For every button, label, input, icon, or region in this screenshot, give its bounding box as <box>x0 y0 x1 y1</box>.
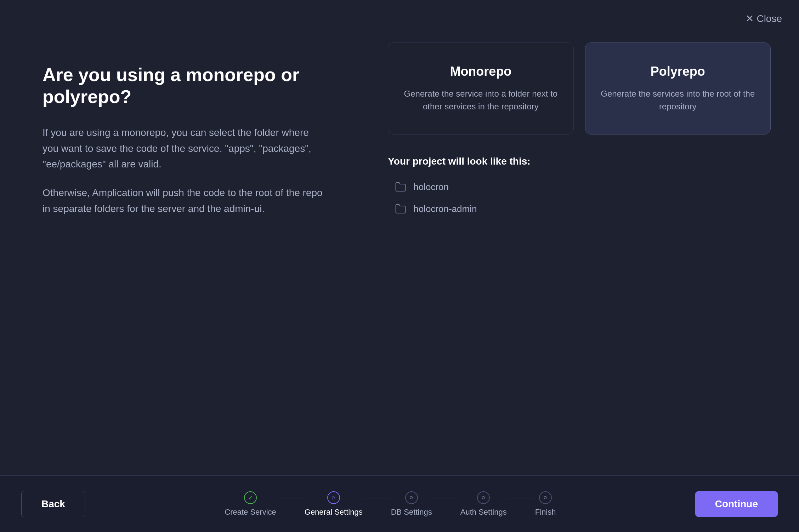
step-connector-1 <box>276 498 305 498</box>
close-button[interactable]: ✕ Close <box>746 13 782 24</box>
description-paragraph-2: Otherwise, Amplication will push the cod… <box>42 185 324 217</box>
close-label: Close <box>756 13 782 24</box>
step-label-5: Finish <box>535 508 556 517</box>
step-db-settings: ○ DB Settings <box>391 491 432 517</box>
file-list: holocron holocron-admin <box>388 181 530 214</box>
polyrepo-card[interactable]: Polyrepo Generate the services into the … <box>585 42 771 135</box>
step-label-1: Create Service <box>225 508 276 517</box>
step-connector-2 <box>363 498 391 498</box>
polyrepo-title: Polyrepo <box>651 64 705 79</box>
left-panel: Are you using a monorepo or polyrepo? If… <box>0 0 359 475</box>
project-preview: Your project will look like this: holocr… <box>388 156 530 214</box>
step-circle-1: ✓ <box>244 491 257 504</box>
step-label-3: DB Settings <box>391 508 432 517</box>
description-paragraph-1: If you are using a monorepo, you can sel… <box>42 125 324 172</box>
folder-icon <box>395 181 406 193</box>
bottom-bar: Back ✓ Create Service ○ General Settings… <box>0 475 799 532</box>
folder-icon <box>395 203 406 214</box>
step-connector-3 <box>432 498 460 498</box>
polyrepo-description: Generate the services into the root of t… <box>600 87 756 113</box>
main-layout: Are you using a monorepo or polyrepo? If… <box>0 0 799 475</box>
step-circle-4: ○ <box>477 491 490 504</box>
step-label-2: General Settings <box>305 508 363 517</box>
page-heading: Are you using a monorepo or polyrepo? <box>42 64 324 108</box>
step-auth-settings: ○ Auth Settings <box>460 491 507 517</box>
project-preview-label: Your project will look like this: <box>388 156 530 167</box>
repo-cards: Monorepo Generate the service into a fol… <box>388 42 771 135</box>
list-item: holocron <box>395 181 530 193</box>
step-general-settings: ○ General Settings <box>305 491 363 517</box>
step-circle-2: ○ <box>327 491 340 504</box>
step-label-4: Auth Settings <box>460 508 507 517</box>
monorepo-title: Monorepo <box>450 64 511 79</box>
list-item: holocron-admin <box>395 203 530 214</box>
close-icon: ✕ <box>746 13 754 24</box>
monorepo-card[interactable]: Monorepo Generate the service into a fol… <box>388 42 573 135</box>
right-panel: Monorepo Generate the service into a fol… <box>359 0 799 475</box>
file-name: holocron-admin <box>413 204 477 214</box>
step-connector-4 <box>507 498 535 498</box>
continue-button[interactable]: Continue <box>695 491 778 517</box>
step-circle-3: ○ <box>405 491 418 504</box>
back-button[interactable]: Back <box>21 491 85 517</box>
step-create-service: ✓ Create Service <box>225 491 276 517</box>
step-circle-5: ○ <box>539 491 552 504</box>
monorepo-description: Generate the service into a folder next … <box>402 87 559 113</box>
step-finish: ○ Finish <box>535 491 556 517</box>
stepper: ✓ Create Service ○ General Settings ○ DB… <box>85 491 695 517</box>
file-name: holocron <box>413 182 449 193</box>
